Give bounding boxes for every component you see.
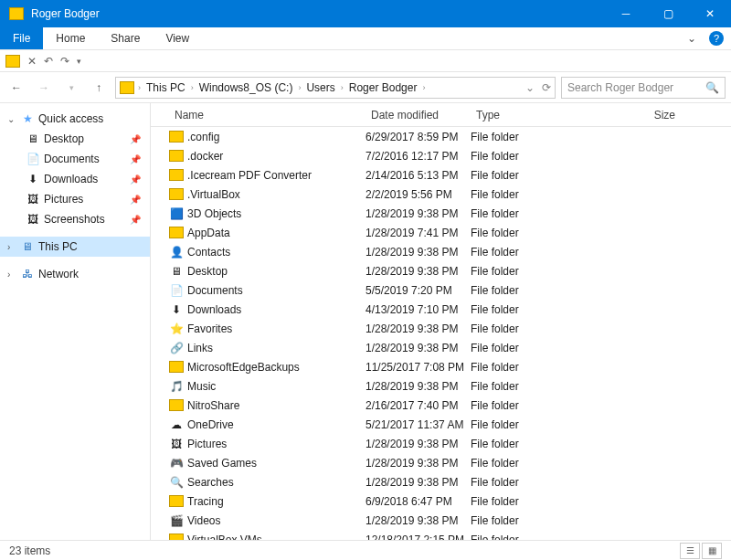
folder-icon bbox=[169, 360, 184, 375]
sidebar-item-screenshots[interactable]: 🖼Screenshots📌 bbox=[0, 209, 150, 229]
file-type: File folder bbox=[471, 399, 589, 412]
sidebar-item-pictures[interactable]: 🖼Pictures📌 bbox=[0, 189, 150, 209]
column-type[interactable]: Type bbox=[471, 109, 589, 122]
address-dropdown-icon[interactable]: ⌄ bbox=[525, 81, 535, 94]
sidebar-label: Desktop bbox=[44, 132, 84, 145]
tab-file[interactable]: File bbox=[0, 27, 43, 49]
pin-icon[interactable]: 📌 bbox=[130, 134, 141, 144]
file-name: OneDrive bbox=[187, 418, 234, 431]
back-button[interactable]: ← bbox=[5, 77, 27, 99]
file-date: 2/16/2017 7:40 PM bbox=[366, 399, 471, 412]
folder-icon bbox=[169, 130, 184, 144]
chevron-right-icon[interactable]: › bbox=[7, 242, 16, 252]
file-row[interactable]: 🔗Links1/28/2019 9:38 PMFile folder bbox=[151, 338, 731, 357]
file-date: 11/25/2017 7:08 PM bbox=[366, 361, 471, 374]
chevron-right-icon[interactable]: › bbox=[422, 83, 425, 92]
sidebar-item-network[interactable]: › 🖧 Network bbox=[0, 264, 150, 284]
file-row[interactable]: NitroShare2/16/2017 7:40 PMFile folder bbox=[151, 396, 731, 415]
file-name: Contacts bbox=[187, 246, 230, 259]
close-button[interactable]: ✕ bbox=[689, 0, 731, 27]
file-row[interactable]: 🟦3D Objects1/28/2019 9:38 PMFile folder bbox=[151, 204, 731, 223]
column-name[interactable]: Name bbox=[169, 109, 366, 122]
breadcrumb[interactable]: This PC bbox=[144, 81, 187, 94]
chevron-down-icon[interactable]: ⌄ bbox=[7, 114, 16, 124]
file-name: Documents bbox=[187, 284, 243, 297]
file-row[interactable]: 🖥Desktop1/28/2019 9:38 PMFile folder bbox=[151, 261, 731, 280]
file-type: File folder bbox=[471, 246, 589, 259]
file-row[interactable]: .config6/29/2017 8:59 PMFile folder bbox=[151, 127, 731, 146]
sidebar-item-quick-access[interactable]: ⌄ ★ Quick access bbox=[0, 109, 150, 129]
folder-icon: 🖼 bbox=[26, 212, 40, 227]
file-type: File folder bbox=[471, 265, 589, 278]
file-row[interactable]: AppData1/28/2019 7:41 PMFile folder bbox=[151, 223, 731, 242]
file-row[interactable]: 🎬Videos1/28/2019 9:38 PMFile folder bbox=[151, 511, 731, 530]
help-button[interactable]: ? bbox=[709, 31, 724, 46]
breadcrumb[interactable]: Users bbox=[304, 81, 336, 94]
ribbon-tabs: File Home Share View ⌄ ? bbox=[0, 27, 731, 50]
file-date: 1/28/2019 9:38 PM bbox=[366, 476, 471, 489]
recent-dropdown-icon[interactable]: ▾ bbox=[60, 77, 82, 99]
address-bar[interactable]: › This PC › Windows8_OS (C:) › Users › R… bbox=[115, 77, 556, 99]
tab-share[interactable]: Share bbox=[98, 28, 153, 48]
refresh-button[interactable]: ⟳ bbox=[542, 81, 551, 94]
file-date: 1/28/2019 9:38 PM bbox=[366, 514, 471, 527]
icons-view-button[interactable]: ▦ bbox=[702, 543, 722, 559]
file-row[interactable]: 🔍Searches1/28/2019 9:38 PMFile folder bbox=[151, 472, 731, 491]
file-row[interactable]: .Icecream PDF Converter2/14/2016 5:13 PM… bbox=[151, 165, 731, 185]
up-button[interactable]: ↑ bbox=[88, 77, 110, 99]
file-name: .docker bbox=[187, 150, 223, 163]
chevron-right-icon[interactable]: › bbox=[191, 83, 194, 92]
expand-ribbon-icon[interactable]: ⌄ bbox=[687, 32, 696, 45]
qat-dropdown-icon[interactable]: ▾ bbox=[77, 57, 81, 66]
file-row[interactable]: VirtualBox VMs12/18/2017 2:15 PMFile fol… bbox=[151, 530, 731, 540]
search-input[interactable]: Search Roger Bodger 🔍 bbox=[561, 77, 726, 99]
sidebar-item-desktop[interactable]: 🖥Desktop📌 bbox=[0, 129, 150, 149]
file-name: .config bbox=[187, 131, 219, 143]
file-row[interactable]: ☁OneDrive5/21/2017 11:37 AMFile folder bbox=[151, 415, 731, 434]
chevron-right-icon[interactable]: › bbox=[298, 83, 301, 92]
breadcrumb[interactable]: Roger Bodger bbox=[347, 81, 419, 94]
chevron-right-icon[interactable]: › bbox=[138, 83, 141, 92]
chevron-right-icon[interactable]: › bbox=[341, 83, 344, 92]
pin-icon[interactable]: 📌 bbox=[130, 195, 141, 205]
breadcrumb[interactable]: Windows8_OS (C:) bbox=[197, 81, 295, 94]
file-row[interactable]: MicrosoftEdgeBackups11/25/2017 7:08 PMFi… bbox=[151, 357, 731, 376]
close-icon[interactable]: ✕ bbox=[27, 55, 37, 68]
minimize-button[interactable]: ─ bbox=[605, 0, 647, 27]
file-row[interactable]: .VirtualBox2/2/2019 5:56 PMFile folder bbox=[151, 185, 731, 204]
file-type: File folder bbox=[471, 131, 589, 143]
tab-home[interactable]: Home bbox=[43, 28, 98, 48]
maximize-button[interactable]: ▢ bbox=[647, 0, 689, 27]
file-row[interactable]: 🖼Pictures1/28/2019 9:38 PMFile folder bbox=[151, 434, 731, 453]
file-row[interactable]: 🎵Music1/28/2019 9:38 PMFile folder bbox=[151, 376, 731, 396]
column-date[interactable]: Date modified bbox=[366, 109, 471, 122]
file-row[interactable]: ⭐Favorites1/28/2019 9:38 PMFile folder bbox=[151, 319, 731, 338]
file-date: 6/9/2018 6:47 PM bbox=[366, 495, 471, 508]
sidebar-item-this-pc[interactable]: › 🖥 This PC bbox=[0, 237, 150, 257]
sidebar-item-downloads[interactable]: ⬇Downloads📌 bbox=[0, 169, 150, 189]
sidebar-item-documents[interactable]: 📄Documents📌 bbox=[0, 149, 150, 169]
pin-icon[interactable]: 📌 bbox=[130, 174, 141, 185]
search-icon: 🔍 bbox=[705, 81, 719, 94]
file-row[interactable]: 🎮Saved Games1/28/2019 9:38 PMFile folder bbox=[151, 453, 731, 472]
file-name: Searches bbox=[187, 476, 234, 489]
file-row[interactable]: 📄Documents5/5/2019 7:20 PMFile folder bbox=[151, 280, 731, 300]
address-row: ← → ▾ ↑ › This PC › Windows8_OS (C:) › U… bbox=[0, 72, 731, 103]
pics-icon: 🖼 bbox=[169, 437, 184, 451]
column-size[interactable]: Size bbox=[589, 109, 681, 122]
details-view-button[interactable]: ☰ bbox=[680, 543, 700, 559]
file-row[interactable]: .docker7/2/2016 12:17 PMFile folder bbox=[151, 146, 731, 165]
forward-button[interactable]: → bbox=[33, 77, 55, 99]
file-row[interactable]: 👤Contacts1/28/2019 9:38 PMFile folder bbox=[151, 242, 731, 261]
folder-icon: 🖥 bbox=[26, 132, 40, 146]
file-type: File folder bbox=[471, 169, 589, 182]
file-row[interactable]: Tracing6/9/2018 6:47 PMFile folder bbox=[151, 491, 731, 511]
pin-icon[interactable]: 📌 bbox=[130, 154, 141, 164]
file-type: File folder bbox=[471, 303, 589, 316]
tab-view[interactable]: View bbox=[153, 28, 202, 48]
pin-icon[interactable]: 📌 bbox=[130, 215, 141, 225]
chevron-right-icon[interactable]: › bbox=[7, 269, 16, 280]
undo-icon[interactable]: ↶ bbox=[44, 55, 53, 68]
redo-icon[interactable]: ↷ bbox=[60, 55, 69, 68]
file-row[interactable]: ⬇Downloads4/13/2019 7:10 PMFile folder bbox=[151, 300, 731, 319]
